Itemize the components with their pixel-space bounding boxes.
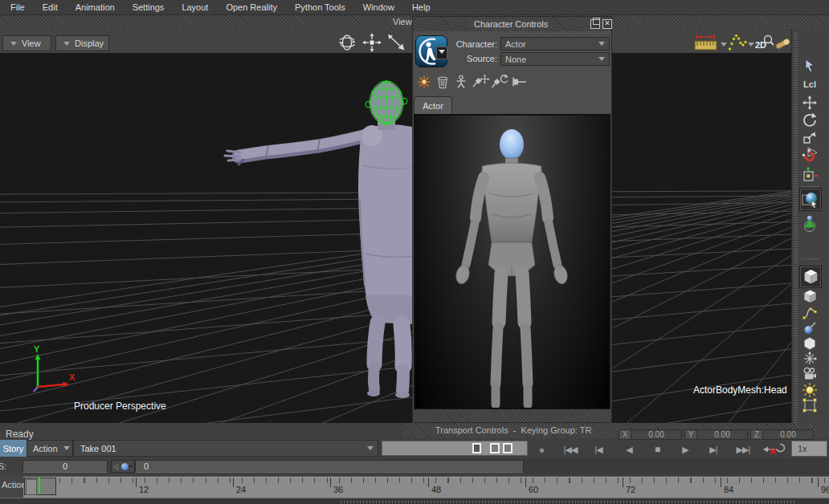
- menu-python-tools[interactable]: Python Tools: [286, 2, 354, 12]
- restore-window-icon[interactable]: [590, 19, 600, 29]
- bottom-resize-strip[interactable]: [0, 498, 829, 504]
- cone-marker-tool-icon[interactable]: [799, 213, 820, 232]
- frame-range-field[interactable]: 0: [135, 460, 524, 473]
- record-icon: ●: [539, 444, 545, 456]
- field-z-value[interactable]: 0.00: [763, 429, 814, 440]
- menu-file[interactable]: File: [2, 2, 34, 12]
- chevron-down-icon: [367, 446, 374, 453]
- zoom-2d-icon[interactable]: 2D: [753, 34, 776, 53]
- frame-box-grip[interactable]: [26, 479, 37, 495]
- spark-create-icon[interactable]: [417, 75, 431, 89]
- current-frame-box[interactable]: [24, 478, 56, 495]
- display-toggle-pair-b[interactable]: [503, 443, 513, 453]
- transport-title: Transport Controls - Keying Group: TR: [432, 425, 594, 435]
- display-button-label: Display: [75, 39, 104, 48]
- selection-name-label: ActorBodyMesh:Head: [693, 384, 787, 396]
- next-key-button[interactable]: ▶|: [704, 442, 723, 457]
- step-left-icon[interactable]: ◁: [112, 463, 118, 470]
- menu-open-reality[interactable]: Open Reality: [217, 2, 286, 12]
- scale-tool-icon[interactable]: [799, 128, 820, 146]
- rotate-tool-icon[interactable]: [799, 110, 820, 128]
- menu-edit[interactable]: Edit: [34, 2, 67, 12]
- field-x-value[interactable]: 0.00: [631, 429, 682, 440]
- frame-number-field[interactable]: 0: [22, 460, 108, 473]
- menu-window[interactable]: Window: [354, 2, 403, 12]
- go-to-end-button[interactable]: ▶▶|: [732, 442, 754, 457]
- display-toggle-single[interactable]: [472, 443, 481, 453]
- story-tab[interactable]: Story: [0, 440, 27, 457]
- actor-preview[interactable]: [414, 114, 611, 409]
- frame-row-label: S:: [0, 461, 6, 471]
- selection-sphere-tool-icon[interactable]: [799, 188, 822, 211]
- source-select-value: None: [505, 55, 526, 64]
- snap-magnet-icon[interactable]: [799, 145, 820, 164]
- major-tick: [525, 478, 526, 487]
- record-button[interactable]: ●: [532, 442, 551, 457]
- previous-key-button[interactable]: |◀: [589, 442, 608, 457]
- chevron-down-icon[interactable]: [721, 43, 727, 50]
- lcl-label: Lcl: [803, 79, 816, 89]
- display-dropdown-button[interactable]: Display: [55, 35, 109, 51]
- select-tool-icon[interactable]: [799, 56, 820, 75]
- action-tab[interactable]: Action: [27, 440, 73, 457]
- selection-region-icon[interactable]: [799, 396, 820, 414]
- status-ready: Ready: [6, 429, 34, 440]
- character-controls-title: Character Controls: [471, 19, 551, 29]
- playhead[interactable]: [39, 478, 40, 494]
- actor-figure-icon[interactable]: [454, 75, 468, 89]
- orbit-camera-icon[interactable]: [336, 31, 358, 54]
- step-backward-button[interactable]: ◀: [619, 442, 639, 457]
- measure-ruler-icon[interactable]: [693, 33, 719, 52]
- actor-body-mesh[interactable]: [225, 81, 412, 398]
- pin-translate-icon[interactable]: [471, 74, 490, 90]
- pivot-tool-icon[interactable]: [799, 165, 820, 184]
- viewport-scene: [0, 53, 791, 423]
- play-button[interactable]: ▶: [676, 442, 695, 457]
- slider-ball-icon[interactable]: [121, 463, 129, 470]
- translate-tool-icon[interactable]: [799, 93, 820, 112]
- stop-icon: ■: [655, 444, 660, 455]
- toolbar-grip[interactable]: [794, 32, 798, 433]
- go-to-start-button[interactable]: |◀◀: [560, 442, 581, 457]
- cube-primitive-icon[interactable]: [799, 266, 822, 288]
- panel-bottom-grip[interactable]: [413, 409, 611, 422]
- view-dropdown-button[interactable]: View: [2, 35, 51, 51]
- delete-trash-icon[interactable]: [435, 75, 450, 89]
- character-logo-dropdown[interactable]: [436, 47, 447, 59]
- lcl-coords-icon[interactable]: Lcl: [799, 75, 820, 93]
- major-tick: [623, 478, 623, 487]
- character-select[interactable]: Actor: [500, 37, 610, 51]
- frame-stepper[interactable]: ◁: [111, 460, 135, 473]
- field-x[interactable]: X 0.00: [619, 429, 682, 440]
- minor-ticks: [23, 478, 829, 483]
- field-z[interactable]: Z 0.00: [750, 429, 814, 440]
- zoom-camera-icon[interactable]: [385, 32, 407, 53]
- menu-settings[interactable]: Settings: [124, 2, 174, 12]
- character-controls-panel: Character Controls ✕ Character: Actor So…: [412, 16, 612, 423]
- timeline-zoom-bar[interactable]: [382, 441, 528, 456]
- frame-number-value: 0: [63, 461, 67, 471]
- pan-camera-icon[interactable]: [361, 31, 383, 54]
- field-z-label: Z: [750, 429, 763, 440]
- pin-rotate-icon[interactable]: [490, 74, 509, 90]
- take-select[interactable]: Take 001: [73, 440, 378, 457]
- menu-help[interactable]: Help: [403, 2, 439, 12]
- timeline-ruler[interactable]: 12 24 36 48 60 72 84 96: [23, 477, 829, 498]
- pin-horizontal-icon[interactable]: [509, 74, 529, 90]
- menu-animation[interactable]: Animation: [67, 2, 124, 12]
- viewport-3d[interactable]: Y X Producer Perspective ActorBodyMesh:H…: [0, 53, 791, 423]
- eraser-draw-icon[interactable]: [774, 34, 793, 53]
- loop-off-button[interactable]: [760, 441, 787, 458]
- stop-button[interactable]: ■: [647, 442, 667, 457]
- major-tick: [818, 478, 819, 487]
- menu-layout[interactable]: Layout: [173, 2, 217, 12]
- source-select[interactable]: None: [500, 52, 610, 66]
- field-y-value[interactable]: 0.00: [697, 429, 748, 440]
- playback-speed-field[interactable]: 1x: [791, 441, 827, 457]
- trajectory-icon[interactable]: [727, 32, 748, 53]
- close-window-icon[interactable]: ✕: [602, 19, 612, 29]
- field-y[interactable]: Y 0.00: [684, 429, 748, 440]
- tab-actor[interactable]: Actor: [414, 96, 452, 114]
- display-toggle-pair-a[interactable]: [490, 443, 500, 453]
- action-tab-label: Action: [33, 444, 58, 453]
